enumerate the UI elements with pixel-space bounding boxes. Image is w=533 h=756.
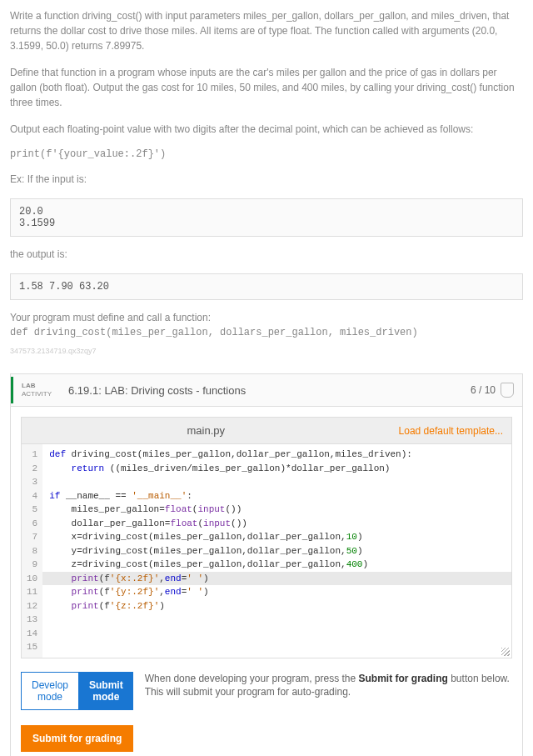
example-output-block: 1.58 7.90 63.20	[10, 273, 523, 300]
lab-score-text: 6 / 10	[471, 384, 496, 396]
description-paragraph-3: Output each floating-point value with tw…	[10, 122, 523, 137]
lab-title: 6.19.1: LAB: Driving costs - functions	[60, 376, 462, 405]
develop-mode-button[interactable]: Develop mode	[21, 672, 79, 710]
lab-score: 6 / 10	[462, 374, 522, 406]
mode-description: When done developing your program, press…	[145, 672, 512, 700]
lab-header: LAB ACTIVITY 6.19.1: LAB: Driving costs …	[11, 374, 522, 407]
mode-desc-bold: Submit for grading	[359, 673, 448, 684]
description-paragraph-4: Your program must define and call a func…	[10, 310, 523, 325]
load-template-link[interactable]: Load default template...	[391, 418, 511, 443]
output-label: the output is:	[10, 247, 523, 262]
code-editor[interactable]: 123456789101112131415 def driving_cost(m…	[21, 443, 512, 658]
code-body[interactable]: def driving_cost(miles_per_gallon,dollar…	[42, 444, 511, 658]
mode-desc-prefix: When done developing your program, press…	[145, 673, 359, 684]
lab-tag-line1: LAB	[22, 382, 52, 390]
submit-for-grading-button[interactable]: Submit for grading	[21, 725, 133, 752]
shield-icon	[501, 383, 514, 398]
editor-filename: main.py	[22, 418, 391, 443]
lab-panel: LAB ACTIVITY 6.19.1: LAB: Driving costs …	[10, 373, 523, 756]
line-gutter: 123456789101112131415	[22, 444, 42, 658]
submit-mode-button[interactable]: Submit mode	[79, 672, 133, 710]
lab-tag-line2: ACTIVITY	[22, 390, 52, 398]
lab-activity-tag: LAB ACTIVITY	[11, 377, 60, 403]
description-paragraph-2: Define that function in a program whose …	[10, 65, 523, 110]
description-paragraph-1: Write a function driving_cost() with inp…	[10, 8, 523, 53]
example-label: Ex: If the input is:	[10, 172, 523, 187]
print-example: print(f'{your_value:.2f}')	[10, 148, 523, 160]
mode-buttons: Develop mode Submit mode	[21, 672, 133, 710]
id-string: 347573.2134719.qx3zqy7	[10, 347, 523, 355]
example-input-block: 20.0 3.1599	[10, 198, 523, 237]
editor-tabs: main.py Load default template...	[21, 417, 512, 443]
def-example: def driving_cost(miles_per_gallon, dolla…	[10, 327, 523, 338]
resize-handle[interactable]	[501, 648, 510, 656]
